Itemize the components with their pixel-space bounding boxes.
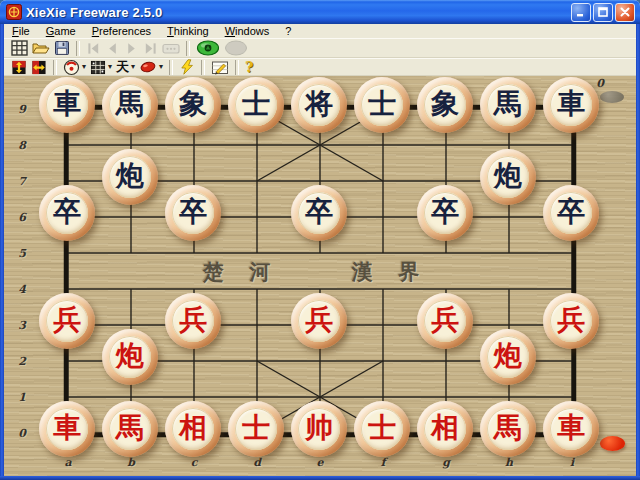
piece-black-b9[interactable]: 馬 [102,77,158,133]
go-next-icon [124,41,139,56]
menu-item-preferences[interactable]: Preferences [84,24,159,38]
piece-face: 帅 [298,408,340,450]
save-button[interactable] [54,39,70,57]
piece-face: 卒 [172,192,214,234]
file-label-b: b [127,456,135,469]
toolbar-separator [169,60,173,75]
piece-face: 士 [361,84,403,126]
menu-item-file[interactable]: File [4,24,38,38]
main-toolbar [4,38,636,58]
piece-red-e3[interactable]: 兵 [291,293,347,349]
piece-black-i9[interactable]: 車 [543,77,599,133]
piece-red-e0[interactable]: 帅 [291,401,347,457]
piece-red-a0[interactable]: 車 [39,401,95,457]
replay-button[interactable] [162,39,180,57]
flip-board-vertical-button[interactable] [11,58,27,76]
help-button[interactable]: ? [245,58,253,76]
piece-character: 馬 [494,90,522,118]
piece-face: 馬 [487,408,529,450]
piece-character: 炮 [116,162,144,190]
piece-red-h2[interactable]: 炮 [480,329,536,385]
maximize-button[interactable] [593,3,613,22]
piece-black-e9[interactable]: 将 [291,77,347,133]
piece-black-h7[interactable]: 炮 [480,149,536,205]
rank-label-2: 2 [18,355,26,368]
xiangqi-board[interactable]: 楚 河 漢 界 0 9876543210abcdefghi車馬象士将士象馬車炮炮… [4,76,636,476]
piece-red-g3[interactable]: 兵 [417,293,473,349]
piece-red-b2[interactable]: 炮 [102,329,158,385]
red-piece-font-button[interactable]: ▾ [139,58,163,76]
piece-face: 馬 [109,408,151,450]
piece-red-b0[interactable]: 馬 [102,401,158,457]
rank-label-6: 6 [18,211,26,224]
close-button[interactable] [615,3,635,22]
piece-character: 馬 [116,90,144,118]
setup-position-button[interactable] [211,58,229,76]
minimize-button[interactable] [571,3,591,22]
menu-item-windows[interactable]: Windows [217,24,278,38]
piece-set-button[interactable]: ▾ [63,58,86,76]
piece-black-f9[interactable]: 士 [354,77,410,133]
piece-red-i3[interactable]: 兵 [543,293,599,349]
new-board-button[interactable] [11,39,28,57]
title-bar[interactable]: XieXie Freeware 2.5.0 [0,0,640,24]
go-previous-button[interactable] [105,39,120,57]
piece-face: 兵 [298,300,340,342]
flip-horizontal-icon [31,60,47,75]
setup-position-icon [211,60,229,75]
piece-black-a9[interactable]: 車 [39,77,95,133]
open-button[interactable] [32,39,50,57]
menu-item-help[interactable]: ? [277,24,299,38]
file-label-g: g [442,456,450,469]
piece-red-f0[interactable]: 士 [354,401,410,457]
engine-go-button[interactable] [196,39,220,57]
piece-black-i6[interactable]: 卒 [543,185,599,241]
piece-black-c9[interactable]: 象 [165,77,221,133]
piece-red-c0[interactable]: 相 [165,401,221,457]
style-toolbar: ▾ ▾ 天 ▾ ▾ [4,58,636,76]
app-icon[interactable] [6,4,22,20]
piece-face: 将 [298,84,340,126]
piece-red-i0[interactable]: 車 [543,401,599,457]
piece-red-d0[interactable]: 士 [228,401,284,457]
go-next-button[interactable] [124,39,139,57]
piece-red-h0[interactable]: 馬 [480,401,536,457]
piece-black-e6[interactable]: 卒 [291,185,347,241]
piece-character: 車 [557,414,585,442]
piece-character: 馬 [494,414,522,442]
piece-red-c3[interactable]: 兵 [165,293,221,349]
board-style-button[interactable]: ▾ [90,58,112,76]
close-icon [619,6,631,18]
toolbar-separator [201,60,205,75]
piece-face: 卒 [424,192,466,234]
piece-face: 兵 [424,300,466,342]
go-first-button[interactable] [86,39,101,57]
piece-black-g9[interactable]: 象 [417,77,473,133]
piece-black-a6[interactable]: 卒 [39,185,95,241]
flip-board-horizontal-button[interactable] [31,58,47,76]
engine-stop-button[interactable] [224,39,248,57]
piece-black-c6[interactable]: 卒 [165,185,221,241]
piece-character: 卒 [53,198,81,226]
engine-stop-icon [224,40,248,56]
piece-black-g6[interactable]: 卒 [417,185,473,241]
piece-red-a3[interactable]: 兵 [39,293,95,349]
rank-label-0: 0 [18,427,26,440]
menu-item-game[interactable]: Game [38,24,84,38]
rank-label-4: 4 [18,283,26,296]
go-last-button[interactable] [143,39,158,57]
piece-face: 相 [172,408,214,450]
rank-label-3: 3 [18,319,26,332]
rank-label-5: 5 [18,247,26,260]
black-piece-font-button[interactable]: 天 ▾ [116,58,135,76]
piece-black-h9[interactable]: 馬 [480,77,536,133]
piece-character: 卒 [179,198,207,226]
open-folder-icon [32,40,50,56]
piece-black-d9[interactable]: 士 [228,77,284,133]
move-now-button[interactable] [179,58,195,76]
piece-face: 卒 [550,192,592,234]
toolbar-separator [53,60,57,75]
menu-item-thinking[interactable]: Thinking [159,24,217,38]
piece-red-g0[interactable]: 相 [417,401,473,457]
piece-black-b7[interactable]: 炮 [102,149,158,205]
